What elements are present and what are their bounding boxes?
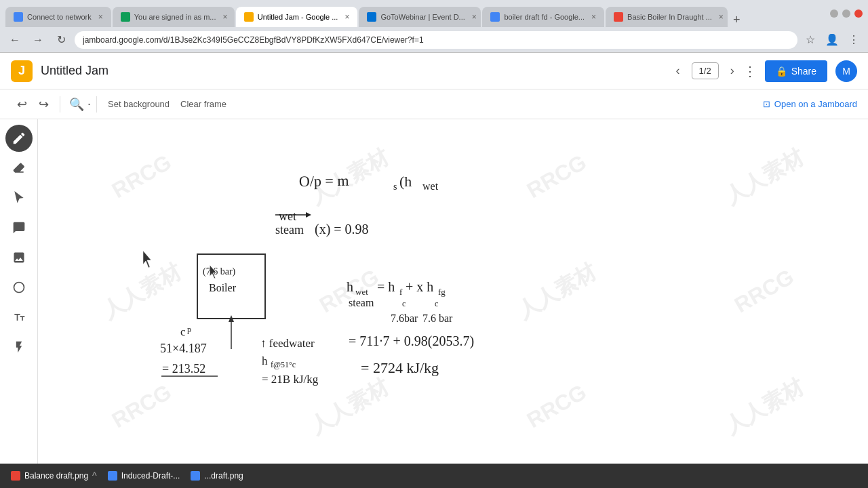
tab-jam[interactable]: Untitled Jam - Google ... ×	[236, 7, 358, 27]
more-options-button[interactable]: ⋮	[743, 63, 757, 79]
address-bar[interactable]	[75, 31, 797, 49]
status-file-3[interactable]: ...draft.png	[191, 471, 243, 481]
svg-text:steam: steam	[349, 297, 374, 308]
laser-button[interactable]	[5, 333, 33, 361]
svg-text:wet: wet	[355, 287, 368, 297]
tab-close-goto[interactable]: ×	[472, 12, 477, 22]
canvas-drawings: O/p = m s (h wet wet steam (x) = 0.98 (7…	[38, 119, 868, 464]
browser-nav-bar: ← → ↻ ☆ 👤 ⋮	[0, 27, 868, 53]
shapes-button[interactable]	[5, 274, 33, 301]
main-content-area: RRCG 人人素材 RRCG 人人素材 人人素材 RRCG 人人素材 RRCG …	[0, 119, 868, 464]
textbox-button[interactable]	[5, 304, 33, 331]
status-file-1[interactable]: Balance draft.png ^	[11, 470, 97, 481]
tab-close-network[interactable]: ×	[98, 12, 103, 22]
toolbar-separator-2	[96, 96, 97, 113]
tab-favicon-goto	[367, 12, 376, 22]
open-jamboard-icon: ⊡	[763, 99, 770, 109]
status-file-2[interactable]: Induced-Draft-...	[108, 471, 180, 481]
tabs-container: Connect to network × You are signed in a…	[5, 0, 745, 27]
minimize-button[interactable]	[830, 9, 838, 18]
close-button[interactable]	[854, 9, 863, 18]
tab-close-signed[interactable]: ×	[222, 12, 227, 22]
tab-favicon-network	[14, 12, 23, 22]
redo-button[interactable]: ↪	[33, 94, 54, 115]
svg-text:steam: steam	[275, 223, 304, 237]
eraser-tool-button[interactable]	[5, 155, 33, 182]
tab-close-boiler[interactable]: ×	[591, 12, 596, 22]
sticky-note-button[interactable]	[5, 214, 33, 241]
tab-label-boiler: boiler draft fd - Google...	[504, 13, 585, 21]
zoom-button[interactable]: 🔍	[66, 94, 87, 115]
tab-label-signed: You are signed in as m...	[134, 13, 216, 21]
pen-tool-button[interactable]	[5, 125, 33, 152]
image-button[interactable]	[5, 244, 33, 271]
share-label: Share	[791, 66, 816, 77]
window-controls	[830, 9, 863, 18]
svg-text:7.6 bar: 7.6 bar	[422, 312, 453, 324]
tab-label-network: Connect to network	[27, 13, 92, 21]
new-tab-button[interactable]: +	[729, 13, 745, 27]
tab-signed[interactable]: You are signed in as m... ×	[113, 7, 235, 27]
set-background-button[interactable]: Set background	[102, 96, 175, 112]
bookmark-button[interactable]: ☆	[802, 31, 819, 49]
redo-icon: ↪	[39, 97, 49, 112]
next-frame-button[interactable]: ›	[722, 60, 743, 82]
undo-button[interactable]: ↩	[11, 94, 33, 115]
tab-label-goto: GoToWebinar | Event D...	[380, 13, 465, 21]
prev-frame-button[interactable]: ‹	[667, 60, 689, 82]
user-account-button[interactable]: 👤	[823, 31, 841, 49]
svg-text:7.6bar: 7.6bar	[391, 312, 418, 324]
forward-button[interactable]: →	[28, 30, 47, 49]
svg-text:s: s	[393, 182, 397, 192]
status-bar: Balance draft.png ^ Induced-Draft-... ..…	[0, 464, 868, 488]
file-label-2: Induced-Draft-...	[121, 471, 180, 481]
left-toolbar	[0, 119, 38, 464]
svg-text:= 213.52: = 213.52	[162, 362, 205, 375]
user-initial: M	[842, 66, 850, 77]
svg-text:h: h	[347, 279, 353, 294]
file-icon-1	[11, 471, 20, 481]
second-toolbar: ↩ ↪ 🔍 · Set background Clear frame ⊡ Ope…	[0, 89, 868, 119]
select-tool-button[interactable]	[5, 184, 33, 211]
frame-navigation: ‹ 1/2 ›	[667, 60, 743, 82]
svg-text:= 711·7 + 0.98(2053.7): = 711·7 + 0.98(2053.7)	[349, 333, 474, 349]
svg-text:p: p	[187, 325, 191, 334]
tab-close-jam[interactable]: ×	[344, 12, 349, 22]
svg-text:c: c	[402, 299, 406, 308]
open-jamboard-button[interactable]: ⊡ Open on a Jamboard	[763, 99, 857, 109]
file-expand-1[interactable]: ^	[92, 470, 97, 481]
svg-text:+ x h: + x h	[406, 279, 433, 294]
tab-boiler[interactable]: boiler draft fd - Google... ×	[482, 7, 604, 27]
svg-text:(x) = 0.98: (x) = 0.98	[315, 222, 369, 237]
tab-basic[interactable]: Basic Boiler In Draught ... ×	[606, 7, 728, 27]
svg-text:Boiler: Boiler	[209, 282, 237, 293]
file-icon-2	[108, 471, 117, 481]
back-button[interactable]: ←	[5, 30, 24, 49]
browser-tab-bar: Connect to network × You are signed in a…	[0, 0, 868, 27]
svg-marker-8	[306, 212, 311, 218]
svg-text:= 2724 kJ/kg: = 2724 kJ/kg	[361, 359, 439, 376]
clear-frame-button[interactable]: Clear frame	[175, 96, 232, 112]
share-button[interactable]: 🔒 Share	[765, 60, 827, 82]
logo-letter: J	[18, 64, 25, 78]
svg-text:= 21B kJ/kg: = 21B kJ/kg	[262, 373, 319, 386]
maximize-button[interactable]	[842, 9, 850, 18]
settings-button[interactable]: ⋮	[845, 31, 863, 49]
zoom-dot: ·	[87, 97, 91, 111]
canvas-area[interactable]: RRCG 人人素材 RRCG 人人素材 人人素材 RRCG 人人素材 RRCG …	[38, 119, 868, 464]
tab-label-jam: Untitled Jam - Google ...	[258, 13, 338, 21]
tab-close-basic[interactable]: ×	[719, 12, 724, 22]
user-avatar[interactable]: M	[835, 60, 857, 82]
svg-text:↑ feedwater: ↑ feedwater	[260, 337, 315, 350]
file-label-3: ...draft.png	[204, 471, 243, 481]
toolbar-separator	[60, 96, 60, 113]
svg-text:(7.6 bar): (7.6 bar)	[203, 266, 236, 277]
tab-network[interactable]: Connect to network ×	[5, 7, 111, 27]
jam-header-actions: ⋮ 🔒 Share M	[743, 60, 857, 82]
svg-point-0	[14, 283, 24, 293]
reload-button[interactable]: ↻	[52, 30, 71, 49]
share-icon: 🔒	[776, 66, 787, 77]
tab-goto[interactable]: GoToWebinar | Event D... ×	[359, 7, 481, 27]
jamboard-title[interactable]: Untitled Jam	[41, 64, 667, 78]
svg-text:f: f	[399, 287, 403, 297]
